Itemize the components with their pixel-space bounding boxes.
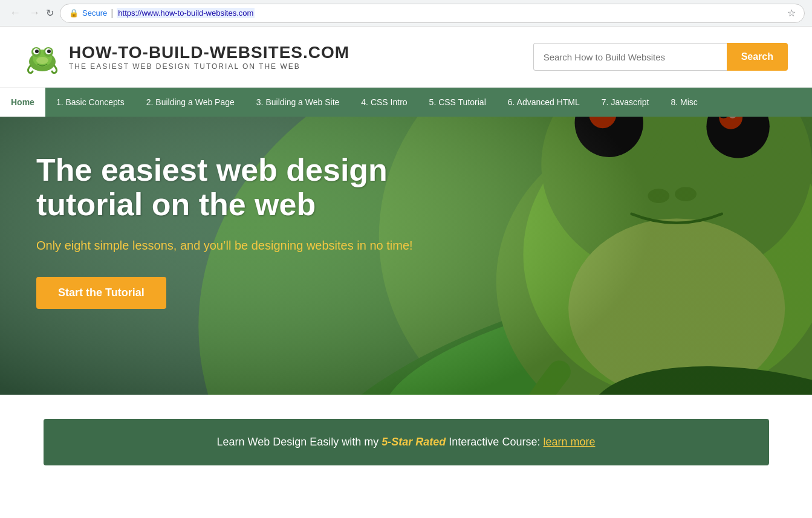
nav-buttons: ← → ↻ bbox=[7, 5, 54, 21]
search-button[interactable]: Search bbox=[727, 43, 788, 71]
main-nav: Home 1. Basic Concepts 2. Building a Web… bbox=[0, 88, 812, 117]
hero-subtitle: Only eight simple lessons, and you’ll be… bbox=[36, 239, 451, 253]
nav-item-misc[interactable]: 8. Misc bbox=[660, 88, 708, 117]
browser-chrome: ← → ↻ 🔒 Secure | https://www.how-to-buil… bbox=[0, 0, 812, 27]
url-text: https://www.how-to-build-websites.com bbox=[117, 8, 255, 18]
nav-item-css-tutorial[interactable]: 5. CSS Tutorial bbox=[418, 88, 497, 117]
banner-text-after: Interactive Course: bbox=[446, 436, 543, 448]
logo-subtitle: THE EASIEST WEB DESIGN TUTORIAL ON THE W… bbox=[69, 62, 349, 71]
hero-title: The easiest web design tutorial on the w… bbox=[36, 153, 451, 222]
hero-content: The easiest web design tutorial on the w… bbox=[0, 117, 487, 345]
search-area: Search bbox=[533, 43, 788, 71]
search-input[interactable] bbox=[533, 43, 727, 71]
logo-text-block: HOW-TO-BUILD-WEBSITES.COM THE EASIEST WE… bbox=[69, 43, 349, 71]
secure-label: Secure bbox=[82, 8, 107, 18]
svg-point-6 bbox=[35, 50, 39, 53]
svg-point-8 bbox=[36, 57, 48, 64]
site-header: HOW-TO-BUILD-WEBSITES.COM THE EASIEST WE… bbox=[0, 27, 812, 88]
nav-item-basic-concepts[interactable]: 1. Basic Concepts bbox=[45, 88, 135, 117]
nav-item-css-intro[interactable]: 4. CSS Intro bbox=[350, 88, 418, 117]
banner-highlight: 5-Star Rated bbox=[382, 436, 446, 448]
logo-area: HOW-TO-BUILD-WEBSITES.COM THE EASIEST WE… bbox=[24, 39, 349, 75]
address-bar[interactable]: 🔒 Secure | https://www.how-to-build-webs… bbox=[60, 4, 805, 23]
learn-more-link[interactable]: learn more bbox=[543, 436, 595, 448]
start-tutorial-button[interactable]: Start the Tutorial bbox=[36, 277, 166, 309]
forward-button[interactable]: → bbox=[27, 5, 42, 21]
nav-item-advanced-html[interactable]: 6. Advanced HTML bbox=[497, 88, 591, 117]
bookmark-icon[interactable]: ☆ bbox=[787, 7, 796, 19]
nav-item-home[interactable]: Home bbox=[0, 88, 45, 117]
back-button[interactable]: ← bbox=[7, 5, 23, 21]
logo-title: HOW-TO-BUILD-WEBSITES.COM bbox=[69, 43, 349, 62]
bottom-banner: Learn Web Design Easily with my 5-Star R… bbox=[44, 419, 769, 465]
nav-item-javascript[interactable]: 7. Javascript bbox=[591, 88, 660, 117]
reload-button[interactable]: ↻ bbox=[46, 7, 54, 19]
svg-point-7 bbox=[47, 50, 51, 53]
logo-frog-icon bbox=[24, 39, 60, 75]
hero-section: The easiest web design tutorial on the w… bbox=[0, 117, 812, 395]
nav-item-building-web-page[interactable]: 2. Building a Web Page bbox=[135, 88, 245, 117]
banner-text-before: Learn Web Design Easily with my bbox=[217, 436, 382, 448]
nav-item-building-web-site[interactable]: 3. Building a Web Site bbox=[245, 88, 351, 117]
lock-icon: 🔒 bbox=[69, 8, 79, 18]
separator: | bbox=[111, 8, 113, 19]
